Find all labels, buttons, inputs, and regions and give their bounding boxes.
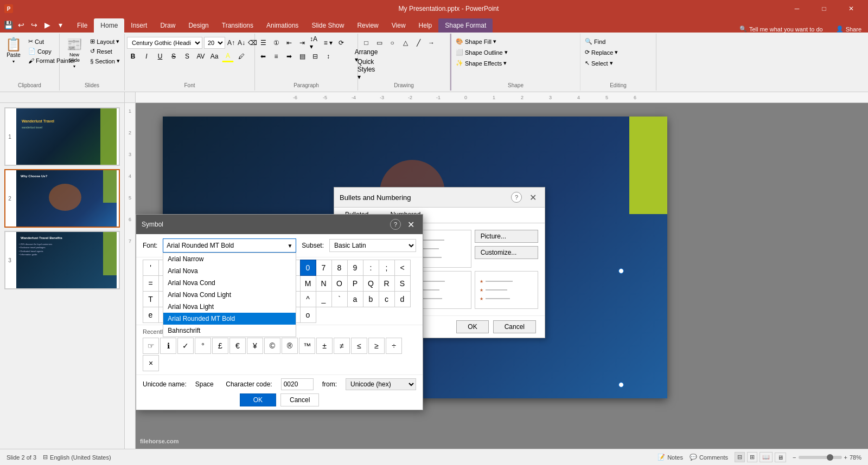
slide-thumb-1[interactable]: 1 Wanderlust Travel wanderlust travel [4, 107, 120, 166]
new-slide-button[interactable]: 📰 New Slide ▾ [62, 37, 87, 70]
find-button[interactable]: 🔍 Find [583, 37, 654, 46]
bullets-help-button[interactable]: ? [511, 192, 522, 203]
font-option-arial-narrow[interactable]: Arial Narrow [163, 253, 296, 265]
font-option-arial-nova-cond-light[interactable]: Arial Nova Cond Light [163, 289, 296, 301]
symbol-cell-R[interactable]: R [379, 275, 395, 292]
symbol-cell-P[interactable]: P [347, 275, 363, 292]
bullets-ok-button[interactable]: OK [456, 320, 488, 333]
tab-draw[interactable]: Draw [154, 18, 182, 33]
shape-effects-button[interactable]: ✨ Shape Effects ▾ [454, 59, 509, 68]
line-spacing-button[interactable]: ↕ [322, 50, 334, 62]
bullets-button[interactable]: ☰ [257, 37, 269, 49]
tab-transitions[interactable]: Transitions [215, 18, 260, 33]
recent-sym-check[interactable]: ✓ [177, 338, 194, 354]
shape-triangle[interactable]: △ [399, 37, 411, 49]
symbol-cell-caret2[interactable]: ^ [300, 291, 316, 307]
font-color-button[interactable]: A [222, 50, 234, 62]
decrease-font-button[interactable]: A↓ [237, 37, 246, 49]
symbol-cell-9[interactable]: 9 [347, 260, 363, 276]
recent-sym-notequal[interactable]: ≠ [334, 338, 350, 354]
align-left-button[interactable]: ⬅ [257, 50, 269, 62]
close-button[interactable]: ✕ [839, 0, 864, 17]
tab-shape-format[interactable]: Shape Format [438, 18, 493, 33]
recent-sym-leq[interactable]: ≤ [351, 338, 367, 354]
recent-sym-geq[interactable]: ≥ [368, 338, 385, 354]
increase-indent-button[interactable]: ⇥ [296, 37, 308, 49]
recent-sym-pound[interactable]: £ [212, 338, 228, 354]
comments-button[interactable]: 💬 Comments [690, 454, 728, 461]
recent-sym-euro[interactable]: € [229, 338, 246, 354]
layout-button[interactable]: ⊞ Layout ▾ [88, 37, 122, 46]
selection-handle-tr[interactable] [618, 268, 624, 274]
col-button[interactable]: ⊟ [309, 50, 321, 62]
symbol-cancel-button[interactable]: Cancel [280, 393, 319, 406]
normal-view-button[interactable]: ⊟ [735, 452, 745, 462]
customize-button[interactable]: Customize... [475, 246, 538, 259]
recent-sym-tm[interactable]: ™ [299, 338, 315, 354]
case-button[interactable]: Aa [208, 50, 220, 62]
align-right-button[interactable]: ➡ [283, 50, 295, 62]
quick-styles-button[interactable]: Quick Styles ▾ [360, 63, 372, 75]
replace-button[interactable]: ⟳ Replace ▾ [583, 48, 654, 57]
shape-fill-button[interactable]: 🎨 Shape Fill ▾ [454, 37, 499, 46]
symbol-close-button[interactable]: ✕ [404, 218, 417, 231]
minimize-button[interactable]: ─ [784, 0, 809, 17]
symbol-cell-T[interactable]: T [143, 291, 159, 307]
zoom-out-button[interactable]: − [793, 454, 796, 461]
char-code-input[interactable] [281, 378, 314, 390]
font-option-arial-nova-cond[interactable]: Arial Nova Cond [163, 277, 296, 289]
redo-qat-button[interactable]: ↪ [28, 19, 40, 31]
tab-help[interactable]: Help [412, 18, 439, 33]
shape-round-rect[interactable]: ▭ [373, 37, 385, 49]
font-option-bahnschrift[interactable]: Bahnschrift [163, 325, 296, 337]
bullet-option-star[interactable]: ★ ★ ★ [475, 271, 538, 309]
save-qat-button[interactable]: 💾 [2, 19, 14, 31]
smartart-button[interactable]: ⟳ [335, 37, 347, 49]
tab-design[interactable]: Design [182, 18, 215, 33]
more-qat-button[interactable]: ▾ [54, 19, 66, 31]
slide-thumb-3[interactable]: 3 Wanderlust Travel Benefits • 25% disco… [4, 231, 120, 289]
italic-button[interactable]: I [141, 50, 152, 62]
recent-sym-reg[interactable]: ® [282, 338, 298, 354]
slide-sorter-button[interactable]: ⊞ [747, 452, 757, 462]
symbol-subset-select[interactable]: Basic Latin [329, 239, 416, 252]
reading-view-button[interactable]: 📖 [760, 452, 773, 462]
symbol-cell-N[interactable]: N [316, 275, 332, 292]
zoom-in-button[interactable]: + [844, 454, 847, 461]
symbol-cell-O[interactable]: O [331, 275, 348, 292]
align-text-button[interactable]: ≡ ▾ [322, 37, 334, 49]
undo-qat-button[interactable]: ↩ [15, 19, 27, 31]
tell-me-box[interactable]: 🔍 Tell me what you want to do [733, 25, 829, 33]
increase-font-button[interactable]: A↑ [227, 37, 235, 49]
maximize-button[interactable]: □ [812, 0, 837, 17]
symbol-cell-d[interactable]: d [394, 291, 411, 307]
present-qat-button[interactable]: ▶ [41, 19, 53, 31]
slide-thumb-2[interactable]: 2 Why Choose Us? [4, 169, 120, 228]
font-option-arial-nova[interactable]: Arial Nova [163, 265, 296, 277]
recent-sym-divide[interactable]: ÷ [386, 338, 402, 354]
symbol-cell-backtick[interactable]: ` [331, 291, 348, 307]
tab-slideshow[interactable]: Slide Show [305, 18, 350, 33]
symbol-font-select[interactable]: Arial Rounded MT Bold ▼ [163, 238, 296, 253]
tab-view[interactable]: View [385, 18, 412, 33]
symbol-cell-S[interactable]: S [394, 275, 411, 292]
symbol-cell-o[interactable]: o [300, 307, 316, 323]
paste-button[interactable]: 📋 Paste ▾ [2, 37, 25, 65]
recent-sym-copy[interactable]: © [264, 338, 280, 354]
tab-home[interactable]: Home [94, 18, 124, 33]
symbol-cell-b[interactable]: b [363, 291, 379, 307]
section-button[interactable]: § Section ▾ [88, 56, 122, 66]
symbol-cell-apos[interactable]: ' [143, 260, 159, 276]
recent-sym-degree[interactable]: ° [195, 338, 211, 354]
highlight-button[interactable]: 🖊 [235, 50, 247, 62]
bullets-cancel-button[interactable]: Cancel [493, 320, 536, 333]
select-button[interactable]: ↖ Select ▾ [583, 59, 654, 68]
shape-arrow[interactable]: → [425, 37, 437, 49]
decrease-indent-button[interactable]: ⇤ [283, 37, 295, 49]
from-select[interactable]: Unicode (hex) [346, 378, 416, 390]
align-center-button[interactable]: ≡ [270, 50, 282, 62]
reset-button[interactable]: ↺ Reset [88, 47, 122, 56]
tab-file[interactable]: File [71, 18, 94, 33]
shape-line[interactable]: ╱ [412, 37, 424, 49]
symbol-ok-button[interactable]: OK [240, 393, 276, 406]
